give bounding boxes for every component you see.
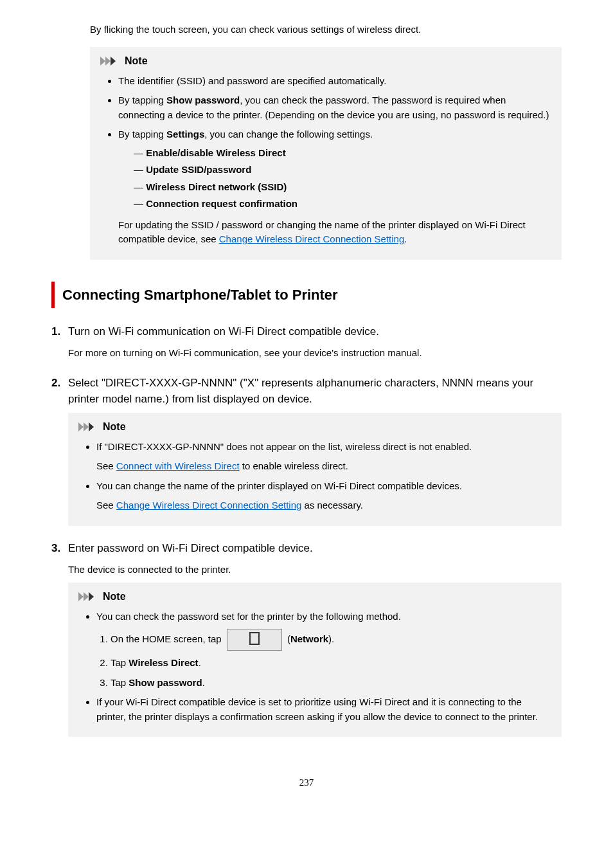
note-arrow-icon (78, 591, 103, 602)
step2-num: 2. (51, 375, 68, 392)
svg-marker-1 (105, 57, 111, 66)
note2-item2: You can change the name of the printer d… (96, 479, 551, 513)
note1-item3: By tapping Settings, you can change the … (118, 127, 551, 247)
step3-desc: The device is connected to the printer. (68, 563, 562, 577)
note-heading: Note (100, 53, 551, 69)
connect-wireless-link[interactable]: Connect with Wireless Direct (116, 460, 240, 471)
inner-step2: Tap Wireless Direct. (111, 656, 551, 671)
note-arrow-icon (100, 55, 125, 66)
note3-item2: If your Wi-Fi Direct compatible device i… (96, 695, 551, 724)
note-arrow-icon (78, 421, 103, 432)
note-box-1: Note The identifier (SSID) and password … (90, 47, 562, 260)
inner-step1: On the HOME screen, tap (Network). (111, 629, 551, 651)
note-box-2: Note If "DIRECT-XXXX-GP-NNNN" does not a… (68, 413, 562, 526)
change-setting-link[interactable]: Change Wireless Direct Connection Settin… (219, 233, 404, 244)
step2-title: Select "DIRECT-XXXX-GP-NNNN" ("X" repres… (68, 375, 562, 408)
setting-update: Update SSID/password (134, 163, 551, 177)
note1-item1: The identifier (SSID) and password are s… (118, 74, 551, 89)
svg-marker-2 (111, 57, 116, 66)
svg-marker-3 (78, 422, 84, 431)
inner-step3: Tap Show password. (111, 676, 551, 691)
svg-marker-7 (84, 592, 89, 601)
step3-num: 3. (51, 540, 68, 557)
svg-marker-5 (89, 422, 94, 431)
svg-marker-6 (78, 592, 84, 601)
note2-item1: If "DIRECT-XXXX-GP-NNNN" does not appear… (96, 440, 551, 474)
intro-text: By flicking the touch screen, you can ch… (90, 23, 562, 37)
page-number: 237 (51, 775, 562, 790)
step3-title: Enter password on Wi-Fi Direct compatibl… (68, 540, 562, 557)
network-icon (227, 629, 282, 651)
svg-rect-9 (250, 633, 259, 644)
step1-num: 1. (51, 323, 68, 340)
svg-marker-0 (100, 57, 105, 66)
section-heading: Connecting Smartphone/Tablet to Printer (51, 282, 562, 308)
change-setting-link-2[interactable]: Change Wireless Direct Connection Settin… (116, 500, 301, 511)
setting-enable: Enable/disable Wireless Direct (134, 146, 551, 161)
svg-marker-8 (89, 592, 94, 601)
step1-title: Turn on Wi-Fi communication on Wi-Fi Dir… (68, 323, 562, 340)
setting-network: Wireless Direct network (SSID) (134, 180, 551, 195)
note-box-3: Note You can check the password set for … (68, 583, 562, 737)
note3-item1: You can check the password set for the p… (96, 610, 551, 691)
setting-connection: Connection request confirmation (134, 197, 551, 212)
note1-item2: By tapping Show password, you can check … (118, 93, 551, 122)
svg-marker-4 (84, 422, 89, 431)
step1-desc: For more on turning on Wi-Fi communicati… (68, 346, 562, 361)
